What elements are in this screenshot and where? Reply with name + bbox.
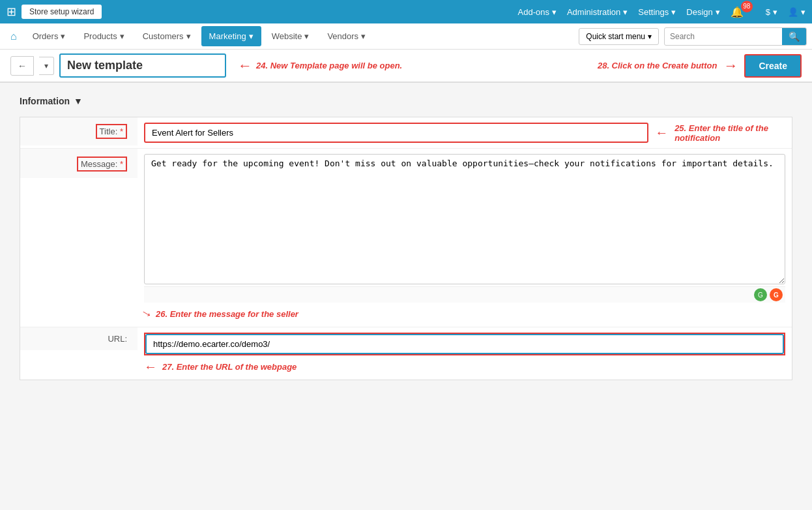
- home-button[interactable]: ⌂: [5, 27, 22, 46]
- message-annotation-area: ↑ 26. Enter the message for the seller: [144, 307, 785, 322]
- title-label: Title:: [100, 127, 118, 136]
- nav-website-chevron: ▾: [304, 31, 309, 41]
- url-row: URL: ← 27. Enter the URL of the webpage: [20, 327, 792, 380]
- settings-menu[interactable]: Settings ▾: [638, 7, 676, 17]
- nav-website-label: Website: [272, 31, 302, 41]
- nav-right: Quick start menu ▾ 🔍: [579, 27, 807, 46]
- message-label-box: Message: *: [77, 157, 127, 172]
- top-bar: ⊞ Store setup wizard Add-ons ▾ Administr…: [0, 0, 812, 23]
- nav-marketing[interactable]: Marketing ▾: [201, 26, 261, 46]
- message-label-cell: Message: *: [20, 149, 138, 178]
- title-annotation: 25. Enter the title of the notification: [674, 123, 785, 143]
- nav-marketing-label: Marketing: [209, 31, 246, 41]
- section-toggle-icon: ▼: [74, 96, 83, 106]
- textarea-footer: G G: [144, 286, 785, 303]
- annotation-left-text: 24. New Template page will be open.: [256, 61, 402, 70]
- nav-bar: ⌂ Orders ▾ Products ▾ Customers ▾ Market…: [0, 23, 812, 50]
- arrow-left-icon: ←: [238, 57, 252, 74]
- design-menu[interactable]: Design ▾: [686, 7, 719, 17]
- addons-menu[interactable]: Add-ons ▾: [518, 7, 557, 17]
- message-arrow-icon: ↑: [139, 307, 156, 320]
- url-label: URL:: [108, 334, 127, 344]
- currency-menu[interactable]: $ ▾: [766, 7, 777, 17]
- message-label: Message:: [81, 159, 117, 169]
- quick-start-menu-button[interactable]: Quick start menu ▾: [579, 28, 659, 45]
- nav-customers[interactable]: Customers ▾: [135, 26, 199, 46]
- page-header: ← ▾ ← 24. New Template page will be open…: [0, 50, 812, 83]
- nav-orders-label: Orders: [33, 31, 59, 41]
- nav-products-chevron: ▾: [120, 31, 124, 41]
- section-label: Information: [20, 96, 70, 106]
- grid-icon[interactable]: ⊞: [7, 5, 16, 19]
- nav-website[interactable]: Website ▾: [264, 26, 317, 46]
- nav-customers-label: Customers: [143, 31, 184, 41]
- nav-products-label: Products: [83, 31, 117, 41]
- title-required-marker: *: [120, 127, 123, 136]
- title-input[interactable]: [144, 123, 648, 143]
- url-arrow-icon: ←: [144, 359, 157, 374]
- header-dropdown-button[interactable]: ▾: [39, 57, 54, 75]
- page-header-left: ← ▾ ← 24. New Template page will be open…: [10, 53, 402, 78]
- google-icon: G: [770, 288, 783, 301]
- url-annotation-area: ← 27. Enter the URL of the webpage: [144, 359, 785, 374]
- nav-vendors-chevron: ▾: [361, 31, 366, 41]
- title-label-cell: Title: *: [20, 117, 138, 145]
- store-setup-wizard-button[interactable]: Store setup wizard: [22, 5, 102, 19]
- nav-vendors-label: Vendors: [327, 31, 358, 41]
- administration-menu[interactable]: Administration ▾: [567, 7, 628, 17]
- user-menu[interactable]: 👤 ▾: [788, 7, 805, 17]
- title-row: Title: * ← 25. Enter the title of the no…: [20, 117, 792, 149]
- create-button[interactable]: Create: [744, 54, 802, 78]
- nav-products[interactable]: Products ▾: [76, 26, 132, 46]
- message-row: Message: * G G ↑ 26. Enter the message f…: [20, 149, 792, 327]
- annotation-right-text: 28. Click on the Create button: [598, 61, 717, 70]
- message-annotation: 26. Enter the message for the seller: [156, 309, 298, 319]
- message-textarea[interactable]: [144, 154, 785, 284]
- top-bar-right: Add-ons ▾ Administration ▾ Settings ▾ De…: [518, 6, 805, 18]
- url-input-box: [144, 333, 785, 355]
- notification-count: 98: [741, 1, 753, 12]
- notifications-bell[interactable]: 🔔 98: [731, 6, 755, 18]
- annotation-left-area: ← 24. New Template page will be open.: [238, 57, 402, 74]
- search-button[interactable]: 🔍: [782, 28, 806, 45]
- arrow-right-icon: →: [723, 57, 738, 74]
- url-field: ← 27. Enter the URL of the webpage: [138, 327, 792, 380]
- title-input-row: ← 25. Enter the title of the notificatio…: [144, 123, 785, 143]
- top-bar-left: ⊞ Store setup wizard: [7, 5, 102, 19]
- message-required-marker: *: [120, 159, 123, 169]
- title-label-box: Title: *: [96, 124, 127, 139]
- form-section: Title: * ← 25. Enter the title of the no…: [20, 117, 792, 380]
- nav-marketing-chevron: ▾: [249, 31, 254, 41]
- main-content: Information ▼ Title: * ← 25. Enter the t…: [0, 83, 812, 474]
- message-input-area: G G: [144, 154, 785, 303]
- information-section-header[interactable]: Information ▼: [20, 96, 792, 106]
- title-arrow-icon: ←: [655, 125, 668, 140]
- url-annotation: 27. Enter the URL of the webpage: [162, 362, 297, 372]
- search-input[interactable]: [665, 29, 782, 44]
- nav-customers-chevron: ▾: [186, 31, 191, 41]
- page-title-input[interactable]: [59, 53, 226, 78]
- back-button[interactable]: ←: [10, 56, 34, 76]
- quick-start-label: Quick start menu: [586, 32, 645, 41]
- page-header-right: 28. Click on the Create button → Create: [598, 54, 802, 78]
- quick-start-chevron: ▾: [648, 32, 652, 41]
- nav-orders-chevron: ▾: [61, 31, 65, 41]
- url-input-row: [144, 333, 785, 355]
- title-field: ← 25. Enter the title of the notificatio…: [138, 117, 792, 148]
- url-input[interactable]: [145, 334, 784, 354]
- nav-vendors[interactable]: Vendors ▾: [319, 26, 373, 46]
- nav-orders[interactable]: Orders ▾: [25, 26, 74, 46]
- message-field: G G ↑ 26. Enter the message for the sell…: [138, 149, 792, 327]
- url-label-cell: URL:: [20, 327, 138, 350]
- grammarly-icon: G: [754, 288, 767, 301]
- search-box: 🔍: [664, 27, 807, 46]
